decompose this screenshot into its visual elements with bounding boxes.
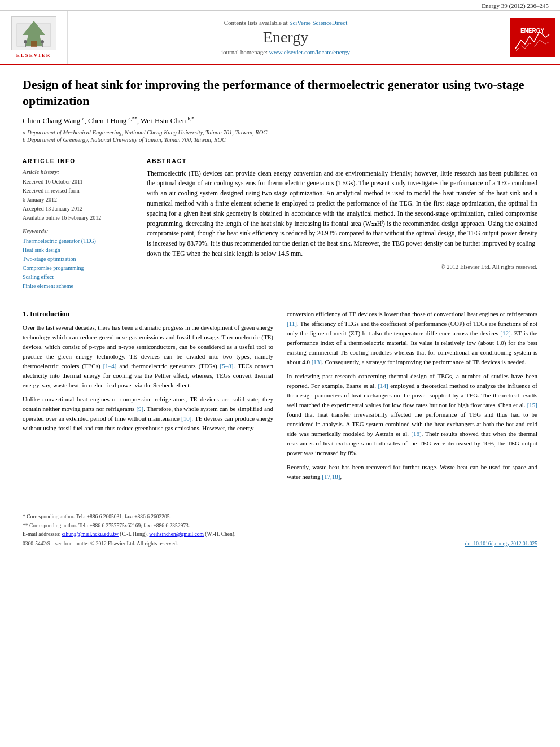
sciverse-link[interactable]: SciVerse ScienceDirect: [289, 19, 347, 26]
journal-homepage: journal homepage: www.elsevier.com/locat…: [221, 49, 350, 55]
revised-label: Received in revised form: [23, 186, 127, 195]
intro-heading: 1. Introduction: [23, 309, 273, 318]
keyword-4[interactable]: Compromise programming: [23, 264, 127, 273]
footnote-star: * Corresponding author. Tel.: +886 6 260…: [23, 513, 537, 521]
top-citation-bar: Energy 39 (2012) 236–245: [0, 0, 560, 11]
intro-para-2: Unlike convectional heat engines or comp…: [23, 395, 273, 433]
ref-16[interactable]: [16]: [411, 430, 421, 437]
affil-a: a Department of Mechanical Engineering, …: [23, 129, 537, 136]
ref-11[interactable]: [11]: [287, 320, 297, 327]
keywords-section: Keywords: Thermoelectric generator (TEG)…: [23, 228, 127, 291]
authors-line: Chien-Chang Wang a, Chen-I Hung a,**, We…: [23, 116, 537, 125]
keyword-1[interactable]: Thermoelectric generator (TEG): [23, 237, 127, 246]
abstract-column: ABSTRACT Thermoelectric (TE) devices can…: [147, 158, 537, 291]
ref-9[interactable]: [9]: [136, 405, 143, 412]
ref-5-8[interactable]: [5–8]: [220, 362, 234, 369]
ref-17-18[interactable]: [17,18]: [322, 473, 340, 480]
page-wrapper: Energy 39 (2012) 236–245: [0, 0, 560, 550]
abstract-label: ABSTRACT: [147, 158, 537, 164]
journal-header-right: ENERGY: [504, 11, 560, 64]
energy-logo: ENERGY: [510, 18, 555, 57]
ref-12[interactable]: [12]: [500, 330, 510, 337]
email-weihsin[interactable]: weihsinchen@gmail.com: [149, 531, 204, 537]
article-info-column: ARTICLE INFO Article history: Received 1…: [23, 158, 135, 291]
keyword-5[interactable]: Scaling effect: [23, 273, 127, 282]
sciverse-line: Contents lists available at SciVerse Sci…: [224, 19, 347, 26]
right-para-1: conversion efficiency of TE devices is l…: [287, 309, 537, 367]
available-date: Available online 16 February 2012: [23, 213, 127, 222]
copyright-line: © 2012 Elsevier Ltd. All rights reserved…: [147, 264, 537, 270]
section-divider: [23, 300, 537, 300]
email-cihung[interactable]: cihung@mail.ncku.edu.tw: [62, 531, 119, 537]
article-dates: Received 16 October 2011 Received in rev…: [23, 177, 127, 222]
doi-link[interactable]: doi:10.1016/j.energy.2012.01.025: [465, 541, 537, 547]
body-left-column: 1. Introduction Over the last several de…: [23, 309, 273, 487]
svg-point-5: [41, 40, 44, 43]
right-para-3: Recently, waste heat has been recovered …: [287, 462, 537, 482]
keyword-2[interactable]: Heat sink design: [23, 246, 127, 255]
keyword-6[interactable]: Finite element scheme: [23, 282, 127, 291]
keywords-title: Keywords:: [23, 228, 127, 234]
elsevier-image: [11, 16, 56, 50]
elsevier-text: ELSEVIER: [16, 53, 51, 58]
ref-13[interactable]: [13]: [312, 359, 322, 365]
footer-issn: 0360-5442/$ – see front matter © 2012 El…: [23, 541, 178, 547]
svg-rect-7: [513, 20, 552, 54]
article-info-label: ARTICLE INFO: [23, 158, 127, 164]
body-content: 1. Introduction Over the last several de…: [23, 309, 537, 487]
homepage-url[interactable]: www.elsevier.com/locate/energy: [269, 49, 350, 55]
affiliations: a Department of Mechanical Engineering, …: [23, 129, 537, 143]
journal-header-center: Contents lists available at SciVerse Sci…: [68, 11, 504, 64]
main-content: Design of heat sink for improving the pe…: [0, 65, 560, 497]
page-footer: * Corresponding author. Tel.: +886 6 260…: [0, 509, 560, 550]
keyword-3[interactable]: Two-stage optimization: [23, 255, 127, 264]
ref-15[interactable]: [15]: [527, 401, 537, 408]
journal-title: Energy: [263, 28, 308, 46]
revised-date: 6 January 2012: [23, 195, 127, 204]
history-label: Article history:: [23, 169, 127, 175]
body-right-column: conversion efficiency of TE devices is l…: [287, 309, 537, 487]
svg-rect-2: [31, 41, 37, 47]
footnote-email: E-mail addresses: cihung@mail.ncku.edu.t…: [23, 530, 537, 539]
ref-1-4[interactable]: [1–4]: [103, 362, 117, 369]
citation-text: Energy 39 (2012) 236–245: [482, 2, 549, 9]
affil-b: b Department of Greenergy, National Univ…: [23, 137, 537, 143]
ref-10[interactable]: [10]: [181, 415, 191, 422]
footer-bottom: 0360-5442/$ – see front matter © 2012 El…: [23, 541, 537, 547]
article-info-abstract-section: ARTICLE INFO Article history: Received 1…: [23, 152, 537, 291]
footer-doi: doi:10.1016/j.energy.2012.01.025: [465, 541, 537, 547]
intro-para-1: Over the last several decades, there has…: [23, 323, 273, 390]
elsevier-logo-section: ELSEVIER: [0, 11, 68, 64]
abstract-text: Thermoelectric (TE) devices can provide …: [147, 169, 537, 259]
ref-14[interactable]: [14]: [378, 382, 388, 389]
svg-point-3: [24, 40, 27, 43]
elsevier-logo: ELSEVIER: [11, 16, 56, 58]
article-title: Design of heat sink for improving the pe…: [23, 77, 537, 109]
accepted-date: Accepted 13 January 2012: [23, 204, 127, 213]
received-date: Received 16 October 2011: [23, 177, 127, 186]
right-para-2: In reviewing past research concerning th…: [287, 372, 537, 458]
footnote-double-star: ** Corresponding author. Tel.: +886 6 27…: [23, 522, 537, 530]
journal-header: ELSEVIER Contents lists available at Sci…: [0, 11, 560, 65]
